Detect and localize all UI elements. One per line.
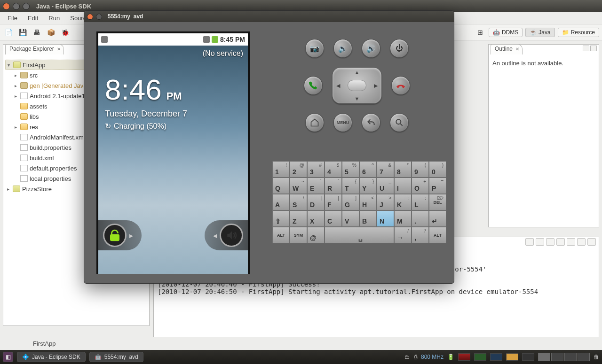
key-9[interactable]: (9 (412, 161, 429, 178)
dpad-down-icon[interactable]: ▼ (355, 96, 360, 101)
key-t[interactable]: {T (342, 178, 359, 194)
dpad-up-icon[interactable]: ▲ (355, 70, 360, 75)
key-f[interactable]: [F (325, 194, 342, 210)
menu-edit[interactable]: Edit (23, 13, 43, 23)
back-button[interactable] (362, 113, 380, 132)
trash-icon[interactable]: 🗑 (594, 354, 599, 360)
maximize-pane-icon[interactable] (590, 46, 597, 51)
close-icon[interactable]: ✕ (515, 46, 519, 52)
perspective-resource[interactable]: 📁Resource (558, 28, 599, 37)
print-button[interactable]: 🖶 (31, 27, 42, 38)
key-z[interactable]: Z (290, 210, 307, 227)
key-m[interactable]: M (394, 210, 412, 227)
tray-meter[interactable] (458, 353, 470, 361)
emulator-titlebar[interactable]: 5554:my_avd (84, 11, 454, 22)
key-i[interactable]: -I (394, 178, 412, 194)
unlock-slider[interactable]: ▸ (98, 220, 142, 250)
maximize-icon[interactable] (23, 3, 30, 10)
key-l[interactable]: :L (412, 194, 429, 210)
key-del[interactable]: ⌦DEL (429, 194, 446, 210)
minimize-pane-icon[interactable] (583, 46, 589, 51)
key-␣[interactable]: ␣ (325, 227, 394, 243)
console-action-icon[interactable] (556, 238, 565, 246)
menu-button[interactable]: MENU (333, 113, 352, 132)
taskbar-task[interactable]: 💠Java - Eclipse SDK (17, 352, 86, 362)
phone-screen[interactable]: 8:45 PM (No service) 8:46 PM Tuesday, De… (96, 31, 250, 274)
key-e[interactable]: ´E (307, 178, 325, 194)
key-alt[interactable]: ALT (429, 227, 446, 243)
search-button[interactable] (390, 113, 409, 132)
console-action-icon[interactable] (525, 238, 534, 246)
key-v[interactable]: V (342, 210, 359, 227)
emulator-keyboard[interactable]: !1@2#3$4%5^6&7*8(9)0Q~W´E`R{T}Y_U-I+O=PA… (272, 161, 448, 243)
key-alt[interactable]: ALT (272, 227, 290, 243)
camera-button[interactable]: 📷 (305, 39, 324, 58)
minimize-icon[interactable] (96, 14, 102, 20)
key-→[interactable]: /→ (394, 227, 412, 243)
save-button[interactable]: 💾 (17, 27, 28, 38)
key-u[interactable]: _U (377, 178, 394, 194)
key-@[interactable]: @ (307, 227, 325, 243)
key-y[interactable]: }Y (359, 178, 377, 194)
key-↵[interactable]: ↵ (429, 210, 446, 227)
key-sym[interactable]: SYM (290, 227, 307, 243)
sound-slider[interactable]: ◂ (205, 220, 248, 250)
key-2[interactable]: @2 (290, 161, 307, 178)
dpad[interactable]: ▲ ▼ ◀ ▶ (332, 67, 382, 104)
menu-run[interactable]: Run (44, 13, 64, 23)
dpad-left-icon[interactable]: ◀ (336, 83, 340, 89)
close-icon[interactable] (87, 14, 93, 20)
lock-screen[interactable]: (No service) 8:46 PM Tuesday, December 7… (98, 46, 248, 274)
key-h[interactable]: <H (359, 194, 377, 210)
console-action-icon[interactable] (536, 238, 544, 246)
tray-meter[interactable] (522, 353, 534, 361)
key-0[interactable]: )0 (429, 161, 446, 178)
menu-file[interactable]: File (3, 13, 22, 23)
key-a[interactable]: A (272, 194, 290, 210)
key-3[interactable]: #3 (307, 161, 325, 178)
debug-button[interactable]: 🐞 (59, 27, 71, 38)
perspective-ddms[interactable]: 🤖DDMS (489, 28, 523, 37)
outline-tab[interactable]: Outline ✕ (491, 44, 523, 54)
key-⇧[interactable]: ⇧ (272, 210, 290, 227)
console-action-icon[interactable] (567, 238, 575, 246)
minimize-pane-icon[interactable] (577, 238, 586, 246)
minimize-icon[interactable] (13, 3, 20, 10)
os-taskbar[interactable]: ◧ 💠Java - Eclipse SDK🤖5554:my_avd 🗀 ⎙ 80… (0, 350, 602, 364)
console-action-icon[interactable] (546, 238, 554, 246)
taskbar-task[interactable]: 🤖5554:my_avd (89, 352, 143, 362)
call-button[interactable] (304, 76, 323, 95)
key-s[interactable]: \S (290, 194, 307, 210)
package-explorer-tab[interactable]: Package Explorer ✕ (5, 44, 64, 54)
key-o[interactable]: +O (412, 178, 429, 194)
close-icon[interactable] (3, 3, 10, 10)
key-d[interactable]: |D (307, 194, 325, 210)
key-1[interactable]: !1 (272, 161, 290, 178)
volume-down-button[interactable]: 🔉 (333, 39, 352, 58)
open-perspective-button[interactable]: ⊞ (475, 27, 486, 38)
power-button[interactable]: ⏻ (390, 39, 409, 58)
perspective-java[interactable]: ☕Java (525, 28, 554, 37)
tray-meter[interactable] (506, 353, 518, 361)
key-5[interactable]: %5 (342, 161, 359, 178)
close-icon[interactable]: ✕ (57, 46, 61, 52)
tray-icon[interactable]: 🔋 (447, 354, 454, 360)
key-p[interactable]: =P (429, 178, 446, 194)
maximize-pane-icon[interactable] (587, 238, 596, 246)
volume-up-button[interactable]: 🔊 (362, 39, 380, 58)
tray-meter[interactable] (474, 353, 486, 361)
key-c[interactable]: C (325, 210, 342, 227)
key-,[interactable]: ?, (412, 227, 429, 243)
dpad-center-button[interactable] (348, 80, 366, 91)
tray-icon[interactable]: ⎙ (414, 354, 417, 360)
key-b[interactable]: B (359, 210, 377, 227)
start-button[interactable]: ◧ (3, 352, 13, 362)
dpad-right-icon[interactable]: ▶ (374, 83, 378, 89)
key-6[interactable]: ^6 (359, 161, 377, 178)
key-x[interactable]: X (307, 210, 325, 227)
key-w[interactable]: ~W (290, 178, 307, 194)
key-.[interactable]: . (412, 210, 429, 227)
key-8[interactable]: *8 (394, 161, 412, 178)
end-call-button[interactable] (391, 76, 410, 95)
workspace-switcher[interactable] (538, 353, 590, 361)
